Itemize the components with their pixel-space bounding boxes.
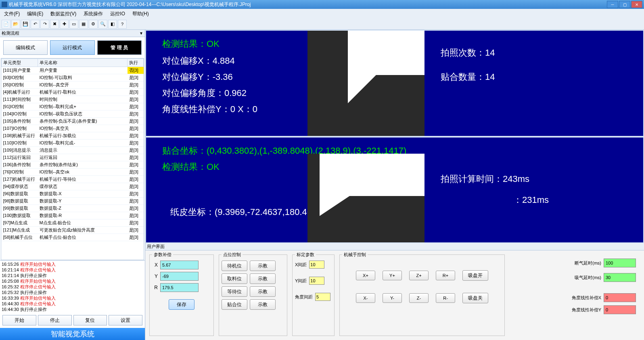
tool-8[interactable]: ▦ — [79, 20, 88, 29]
rplus-button[interactable]: R+ — [436, 271, 455, 280]
table-row[interactable]: [127]机械手运行机械手运行-等待位是[3] — [2, 176, 144, 183]
table-row[interactable]: [93]IO控制IO控制-可以取料是[3] — [2, 74, 144, 81]
pick-button[interactable]: 取料位 — [222, 273, 247, 284]
log-panel[interactable]: 16:15:26 程序开始信号输入16:21:14 程序停止信号输入16:21:… — [0, 260, 145, 313]
maximize-button[interactable]: ▢ — [619, 1, 630, 8]
wait-button[interactable]: 待机位 — [222, 261, 247, 271]
tool-11[interactable]: ◧ — [108, 20, 117, 29]
flow-head: 检测流程 ▼ — [0, 30, 145, 37]
table-row[interactable]: [101]用户变量用户变量否[3] — [2, 67, 144, 74]
table-row[interactable]: [111]时间控制时间控制是[3] — [2, 96, 144, 103]
teach-1[interactable]: 示教 — [250, 261, 276, 271]
teach-3[interactable]: 示教 — [250, 286, 276, 297]
table-row[interactable]: [121]M点生成可更改贴合完成z轴抬升高度是[3] — [2, 227, 144, 234]
zplus-button[interactable]: Z+ — [409, 271, 429, 280]
yminus-button[interactable]: Y- — [383, 293, 402, 303]
offdelay-input[interactable] — [604, 259, 636, 267]
setting-button[interactable]: 设置 — [109, 315, 142, 325]
table-row[interactable]: [97]M点生成M点生成-贴合位是[3] — [2, 219, 144, 227]
menubar: 文件(F) 编辑(E) 数据监控(V) 系统操作 远控IO 帮助(H) — [0, 9, 644, 19]
table-row[interactable]: [91]IO控制IO控制--取料完成+是[3] — [2, 103, 144, 111]
table-row[interactable]: [98]数据提取数据提取-Y是[3] — [2, 198, 144, 205]
v1-result: 检测结果：OK — [162, 38, 220, 50]
table-row[interactable]: [35]IO控制IO控制--真空开是[3] — [2, 81, 144, 89]
flow-table[interactable]: 单元类型 单元名称 执行 [101]用户变量用户变量否[3][93]IO控制IO… — [1, 58, 144, 260]
table-row[interactable]: [4]机械手运行机械手运行-取料位是[3] — [2, 89, 144, 96]
minimize-button[interactable]: ─ — [607, 1, 618, 8]
v1-offy: 对位偏移Y：-3.36 — [162, 71, 233, 83]
r-input[interactable] — [160, 283, 199, 292]
table-row[interactable]: [76]IO控制IO控制--真空ok是[3] — [2, 169, 144, 176]
compy-input[interactable] — [604, 305, 636, 314]
table-row[interactable]: [96]数据提取数据提取-X是[3] — [2, 190, 144, 198]
waitp-button[interactable]: 等待位 — [222, 286, 247, 297]
suckon-button[interactable]: 吸盘开 — [462, 270, 488, 281]
paste-button[interactable]: 贴合位 — [222, 299, 247, 310]
robot-ctrl-group: 机械手控制 X+ Y+ Z+ R+ 吸盘开 X- Y- Z- R- 吸盘关 — [339, 254, 505, 336]
col-name[interactable]: 单元名称 — [38, 59, 128, 67]
table-row[interactable]: [107]IO控制IO控制--真空关是[3] — [2, 125, 144, 132]
tool-7[interactable]: ▭ — [69, 20, 78, 29]
table-row[interactable]: [112]运行返回运行返回是[3] — [2, 154, 144, 161]
ui-head: 用户界面 — [145, 243, 644, 250]
run-mode-button[interactable]: 运行模式 — [50, 40, 94, 55]
agap-input[interactable] — [315, 293, 330, 301]
tool-add[interactable]: ✚ — [60, 20, 69, 29]
menu-edit[interactable]: 编辑(E) — [25, 10, 46, 18]
xminus-button[interactable]: X- — [356, 293, 375, 303]
tool-new[interactable]: 📄 — [2, 20, 10, 29]
y-input[interactable] — [160, 272, 199, 281]
table-row[interactable]: [100]数据提取数据提取-R是[3] — [2, 212, 144, 219]
compx-input[interactable] — [604, 293, 636, 302]
reset-button[interactable]: 复位 — [73, 315, 107, 325]
close-button[interactable]: ✕ — [631, 1, 642, 8]
flow-title: 检测流程 — [2, 30, 19, 36]
save-button[interactable]: 保存 — [169, 299, 194, 310]
tool-redo[interactable]: ↷ — [40, 20, 49, 29]
menu-io[interactable]: 远控IO — [108, 10, 128, 18]
zminus-button[interactable]: Z- — [409, 293, 429, 303]
table-row[interactable]: [106]条件控制条件控制(条件结束)是[3] — [2, 161, 144, 169]
teach-4[interactable]: 示教 — [250, 299, 276, 310]
vision-panel-1: 检测结果：OK 对位偏移X：4.884 对位偏移Y：-3.36 对位偏移角度：0… — [146, 31, 643, 136]
table-row[interactable]: [104]IO控制IO控制--获取负压状态是[3] — [2, 111, 144, 118]
menu-monitor[interactable]: 数据监控(V) — [48, 10, 79, 18]
tool-undo[interactable]: ↶ — [31, 20, 40, 29]
table-row[interactable]: [94]缓存状态缓存状态是[3] — [2, 183, 144, 190]
ondelay-input[interactable] — [604, 273, 636, 282]
vision-panel-2: 贴合坐标：(0,430.3802),(1,-389.8048),(2,138.9… — [146, 138, 643, 243]
v2-time1: 拍照计算时间：243ms — [441, 173, 529, 185]
edit-mode-button[interactable]: 编辑模式 — [3, 40, 48, 55]
table-row[interactable]: [108]机械手运行机械手运行-加载位是[3] — [2, 132, 144, 140]
tool-save[interactable]: 💾 — [21, 20, 30, 29]
ygap-input[interactable] — [309, 277, 324, 285]
yplus-button[interactable]: Y+ — [383, 271, 402, 280]
table-row[interactable]: [110]IO控制IO控制--取料完成-是[3] — [2, 140, 144, 147]
stop-button[interactable]: 停止 — [38, 315, 72, 325]
col-exec[interactable]: 执行 — [128, 59, 144, 67]
xgap-input[interactable] — [309, 261, 324, 269]
pos-ctrl-group: 点位控制 待机位示教 取料位示教 等待位示教 贴合位示教 — [219, 254, 287, 336]
menu-help[interactable]: 帮助(H) — [130, 10, 151, 18]
xplus-button[interactable]: X+ — [356, 271, 375, 280]
collapse-icon[interactable]: ▼ — [139, 31, 143, 35]
tool-open[interactable]: 📂 — [11, 20, 20, 29]
suckoff-button[interactable]: 吸盘关 — [462, 293, 488, 303]
tool-help[interactable]: ? — [118, 20, 127, 29]
start-button[interactable]: 开始 — [2, 315, 36, 325]
x-input[interactable] — [160, 261, 199, 269]
v1-comp: 角度线性补偿Y：0 X：0 — [162, 103, 257, 115]
table-row[interactable]: [105]条件控制条件控制-负压不足(条件变量)是[3] — [2, 118, 144, 125]
table-row[interactable]: [58]机械手点位机械手点位-贴合位是[3] — [2, 234, 144, 241]
col-type[interactable]: 单元类型 — [2, 59, 38, 67]
menu-file[interactable]: 文件(F) — [2, 10, 22, 18]
table-row[interactable]: [99]数据提取数据提取-Z是[3] — [2, 205, 144, 212]
teach-2[interactable]: 示教 — [250, 273, 276, 284]
rminus-button[interactable]: R- — [436, 293, 455, 303]
menu-sys[interactable]: 系统操作 — [81, 10, 105, 18]
tool-9[interactable]: ⚙ — [89, 20, 98, 29]
tool-delete[interactable]: ✖ — [50, 20, 59, 29]
tool-10[interactable]: 🔍 — [98, 20, 107, 29]
admin-button[interactable]: 管 理 员 — [97, 40, 142, 55]
table-row[interactable]: [109]消息提示消息提示是[3] — [2, 147, 144, 154]
